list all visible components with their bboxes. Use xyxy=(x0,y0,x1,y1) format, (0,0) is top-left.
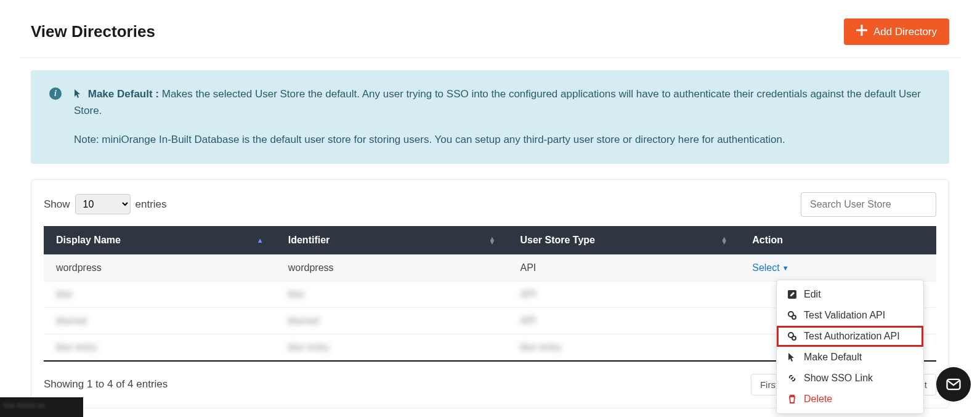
dropdown-edit[interactable]: Edit xyxy=(777,284,923,305)
table-info: Showing 1 to 4 of 4 entries xyxy=(44,378,168,391)
info-body: Makes the selected User Store the defaul… xyxy=(74,88,921,116)
chat-widget-button[interactable] xyxy=(936,367,971,402)
dropdown-show-sso[interactable]: Show SSO Link xyxy=(777,368,923,389)
directories-table: Display Name ▲ Identifier ▲▼ User Store … xyxy=(44,226,936,362)
info-icon: i xyxy=(49,87,62,100)
dropdown-delete[interactable]: Delete xyxy=(777,389,923,410)
info-banner: i Make Default : Makes the selected User… xyxy=(31,70,949,164)
plus-icon xyxy=(856,25,867,39)
cell-identifier: blur xyxy=(288,289,305,299)
caret-down-icon: ▼ xyxy=(782,264,789,272)
cell-identifier: wordpress xyxy=(276,254,508,281)
col-action: Action xyxy=(740,226,936,255)
trash-icon xyxy=(787,394,798,405)
cell-user-store-type: blur entry xyxy=(520,342,561,352)
gears-icon xyxy=(787,331,798,342)
cell-identifier: blurred xyxy=(288,315,319,326)
entries-label: entries xyxy=(136,198,167,211)
edit-icon xyxy=(787,289,798,300)
cell-display-name: blur xyxy=(56,289,73,299)
sort-icon: ▲▼ xyxy=(489,237,496,244)
cursor-icon xyxy=(74,87,83,103)
cell-user-store-type: API xyxy=(508,254,740,281)
table-row: wordpress wordpress API Select ▼ xyxy=(44,254,936,281)
cell-user-store-type: API xyxy=(520,315,536,326)
show-label: Show xyxy=(44,198,70,211)
info-note: Note: miniOrange In-Built Database is th… xyxy=(74,131,931,148)
col-user-store-type[interactable]: User Store Type ▲▼ xyxy=(508,226,740,255)
link-icon xyxy=(787,373,798,384)
col-display-name[interactable]: Display Name ▲ xyxy=(44,226,276,255)
action-dropdown-menu: Edit Test Validation API xyxy=(776,280,924,414)
cursor-icon xyxy=(787,352,798,363)
sort-icon: ▲▼ xyxy=(721,237,727,244)
dropdown-test-validation[interactable]: Test Validation API xyxy=(777,305,923,326)
page-title: View Directories xyxy=(31,22,155,41)
cell-display-name: blurred xyxy=(56,315,87,326)
dropdown-make-default[interactable]: Make Default xyxy=(777,347,923,368)
mail-icon xyxy=(945,376,962,393)
cell-action: Select ▼ Edit xyxy=(740,254,936,281)
search-input[interactable] xyxy=(801,192,936,217)
add-directory-label: Add Directory xyxy=(873,26,937,38)
info-lead: Make Default : xyxy=(88,88,159,100)
bottom-strip: xxx xxxxx xx xyxy=(0,397,83,417)
cell-identifier: blur entry xyxy=(288,342,330,352)
directories-table-card: Show 10 entries Display Name ▲ xyxy=(31,179,949,408)
dropdown-test-authorization[interactable]: Test Authorization API xyxy=(777,326,923,347)
action-select-dropdown[interactable]: Select ▼ xyxy=(752,262,788,273)
cell-display-name: wordpress xyxy=(44,254,276,281)
svg-point-2 xyxy=(792,315,796,319)
cell-display-name: blur entry xyxy=(56,342,97,352)
col-identifier[interactable]: Identifier ▲▼ xyxy=(276,226,508,255)
svg-point-4 xyxy=(792,336,796,340)
gears-icon xyxy=(787,310,798,321)
sort-icon: ▲ xyxy=(257,238,264,242)
page-size-select[interactable]: 10 xyxy=(75,194,131,214)
cell-user-store-type: API xyxy=(520,289,536,299)
add-directory-button[interactable]: Add Directory xyxy=(844,18,949,45)
